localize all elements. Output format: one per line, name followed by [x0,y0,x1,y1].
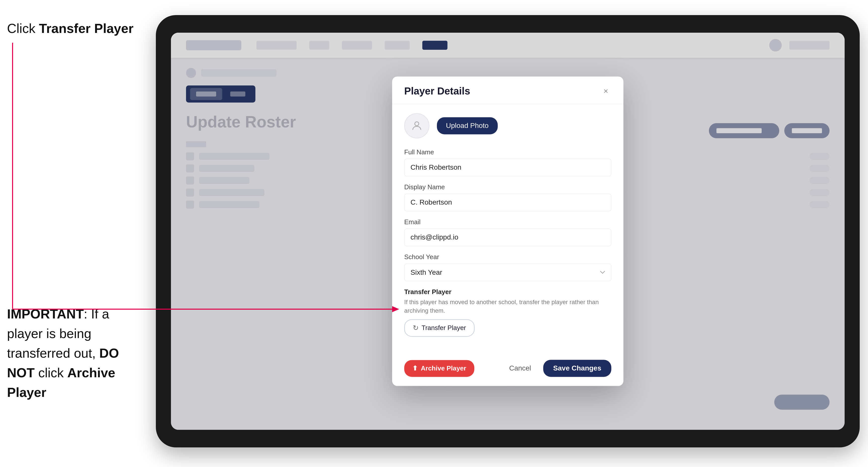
instruction-top-text: Click [7,21,39,36]
transfer-section-desc: If this player has moved to another scho… [404,298,611,315]
instruction-important: IMPORTANT [7,307,84,321]
school-year-select[interactable]: First Year Second Year Third Year Fourth… [404,263,611,281]
instruction-top-bold: Transfer Player [39,21,133,36]
full-name-input[interactable] [404,159,611,176]
modal-title: Player Details [404,86,470,97]
tablet-screen: Update Roster [171,33,845,430]
full-name-label: Full Name [404,148,611,156]
transfer-section-label: Transfer Player [404,288,611,296]
transfer-player-button[interactable]: ↻ Transfer Player [404,319,474,337]
modal-close-button[interactable]: × [600,86,611,97]
upload-photo-button[interactable]: Upload Photo [437,117,498,134]
modal-body: Upload Photo Full Name Display Name Emai… [392,104,623,354]
modal-footer: ⬆ Archive Player Cancel Save Changes [392,354,623,386]
modal-header: Player Details × [392,76,623,104]
footer-right-actions: Cancel Save Changes [503,360,611,377]
archive-button-label: Archive Player [421,365,466,372]
instruction-bottom: IMPORTANT: If a player is being transfer… [7,304,148,402]
photo-section: Upload Photo [404,113,611,138]
email-group: Email [404,218,611,246]
school-year-label: School Year [404,253,611,261]
player-details-modal: Player Details × Upload Photo [392,76,623,386]
instruction-top: Click Transfer Player [7,20,133,37]
close-icon: × [603,87,608,96]
svg-point-0 [415,122,419,126]
archive-player-button[interactable]: ⬆ Archive Player [404,360,474,377]
email-input[interactable] [404,228,611,246]
transfer-section: Transfer Player If this player has moved… [404,288,611,337]
display-name-group: Display Name [404,183,611,211]
cancel-button[interactable]: Cancel [503,360,537,377]
archive-icon: ⬆ [412,365,418,372]
save-changes-button[interactable]: Save Changes [543,360,611,377]
transfer-button-label: Transfer Player [422,324,466,332]
instruction-end: click [35,366,67,380]
display-name-input[interactable] [404,193,611,211]
email-label: Email [404,218,611,226]
tablet-device: Update Roster [156,15,860,447]
school-year-group: School Year First Year Second Year Third… [404,253,611,281]
display-name-label: Display Name [404,183,611,191]
avatar-placeholder [404,113,429,138]
transfer-icon: ↻ [413,324,418,332]
full-name-group: Full Name [404,148,611,176]
